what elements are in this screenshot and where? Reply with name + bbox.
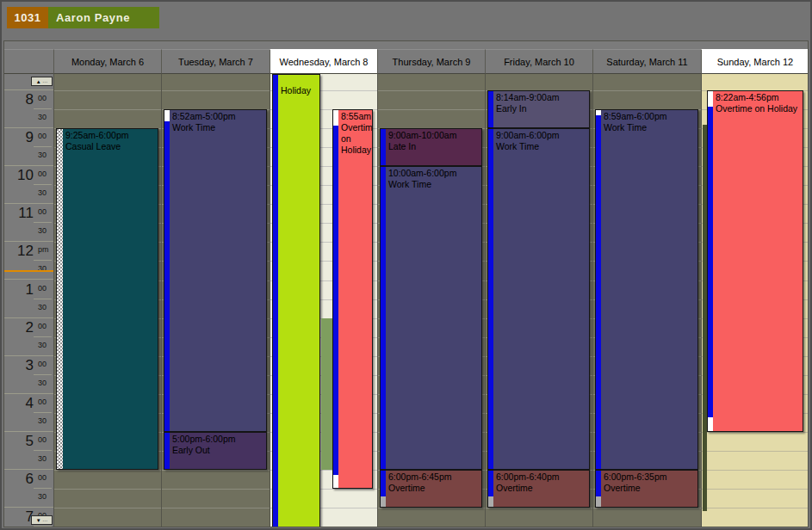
scheduler: Monday, March 6Tuesday, March 7Wednesday… [3,40,809,527]
appointment-time: 9:00am-6:00pm [496,130,588,141]
appointment-time: 10:00am-6:00pm [388,168,480,179]
grid-row-line [162,489,270,490]
ruler-hour-5: 50030 [4,432,53,470]
appointment-body: 5:00pm-6:00pmEarly Out [170,433,266,469]
appointment-time: 9:00am-10:00am [388,130,480,141]
appointment-title: Overtime on Holiday [341,122,371,156]
day-header-saturday[interactable]: Saturday, March 11 [592,49,701,74]
appointment-work-time[interactable]: 10:00am-6:00pmWork Time [380,166,482,470]
day-column-tuesday[interactable]: 8:52am-5:00pmWork Time5:00pm-6:00pmEarly… [161,74,270,527]
day-header-thursday[interactable]: Thursday, March 9 [377,49,485,74]
appointment-overtime[interactable]: 6:00pm-6:40pmOvertime [487,470,590,508]
scroll-up-button[interactable]: ▲ ··· [31,77,53,86]
appointment-time: 5:00pm-6:00pm [172,434,265,445]
ruler-hour-11: 110030 [4,204,53,242]
time-ruler: 30800309003010003011003012pm301003020030… [4,74,53,527]
appointment-body: 8:22am-4:56pmOvertime on Holiday [713,91,803,431]
appointment-title: Holiday [281,85,319,96]
appointment-body: Holiday [278,75,319,527]
day-header-wednesday[interactable]: Wednesday, March 8 [270,49,377,74]
day-header-row: Monday, March 6Tuesday, March 7Wednesday… [4,49,808,74]
grid-row-line [378,109,485,110]
grid-row-line [54,489,161,490]
appointment-title: Casual Leave [65,141,157,152]
ruler-hour-2: 20030 [4,318,53,356]
appointment-early-in[interactable]: 8:14am-9:00amEarly In [487,90,590,128]
grid-row-line [54,109,161,110]
day-column-sunday[interactable]: 8:22am-4:56pmOvertime on Holiday [701,74,809,527]
scroll-down-button[interactable]: ▼ ··· [31,515,53,525]
appointment-title: Overtime [388,483,480,494]
employee-name-badge: Aaron Payne [48,7,159,28]
appointment-overtime-on-holiday[interactable]: 8:55am-6Overtime on Holiday [332,109,373,489]
appointment-overtime[interactable]: 6:00pm-6:35pmOvertime [595,470,698,508]
appointment-body: 8:59am-6:00pmWork Time [601,110,697,469]
grid-row-line [702,489,809,490]
ruler-hour-3: 30030 [4,356,53,394]
day-header-tuesday[interactable]: Tuesday, March 7 [161,49,270,74]
ruler-hour-8: 80030 [4,90,53,128]
day-column-wednesday[interactable]: Holiday8:55am-6Overtime on Holiday [270,74,377,527]
appointment-title: Work Time [388,179,480,190]
schedule-grid: 9:25am-6:00pmCasual Leave8:52am-5:00pmWo… [53,74,809,527]
grid-row-line [162,508,270,508]
scroll-up-button-icon: ▲ ··· [36,79,48,84]
grid-row-line [54,90,161,91]
appointment-time: 6:00pm-6:40pm [496,471,588,483]
appointment-body: 9:00am-10:00amLate In [386,129,481,165]
grid-row-line [162,90,270,91]
appointment-body: 6:00pm-6:40pmOvertime [493,471,589,507]
appointment-time: 9:25am-6:00pm [65,130,157,141]
appointment-body: 9:25am-6:00pmCasual Leave [63,129,158,469]
grid-row-line [702,508,809,508]
grid-row-line [702,451,809,452]
day-column-friday[interactable]: 8:14am-9:00amEarly In9:00am-6:00pmWork T… [485,74,592,527]
appointment-title: Overtime [496,483,588,494]
appointment-overtime[interactable]: 6:00pm-6:45pmOvertime [380,470,482,508]
ruler-hour-4: 40030 [4,394,53,432]
appointment-title: Overtime [604,483,697,494]
day-header-sunday[interactable]: Sunday, March 12 [701,49,809,74]
appointment-body: 10:00am-6:00pmWork Time [386,167,481,469]
appointment-work-time[interactable]: 8:59am-6:00pmWork Time [595,109,698,470]
appointment-early-out[interactable]: 5:00pm-6:00pmEarly Out [164,432,267,470]
appointment-time: 8:55am-6 [341,111,371,122]
appointment-body: 6:00pm-6:35pmOvertime [601,471,697,507]
appointment-body: 9:00am-6:00pmWork Time [493,129,589,469]
appointment-time: 8:22am-4:56pm [716,92,802,103]
ruler-hour-12: 12pm30 [4,242,53,280]
appointment-status-strip [57,129,63,469]
appointment-body: 8:55am-6Overtime on Holiday [338,110,372,488]
grid-row-line [54,508,161,508]
appointment-time: 8:14am-9:00am [496,92,588,103]
current-time-indicator [4,270,53,272]
appointment-overtime-on-holiday[interactable]: 8:22am-4:56pmOvertime on Holiday [707,90,803,432]
employee-id-badge: 1031 [7,7,48,28]
grid-row-line [702,470,809,471]
appointment-work-time[interactable]: 9:00am-6:00pmWork Time [487,128,590,470]
day-column-thursday[interactable]: 9:00am-10:00amLate In10:00am-6:00pmWork … [377,74,485,527]
appointment-late-in[interactable]: 9:00am-10:00amLate In [380,128,482,166]
appointment-title: Work Time [604,122,697,133]
day-column-saturday[interactable]: 8:59am-6:00pmWork Time6:00pm-6:35pmOvert… [592,74,701,527]
appointment-time: 6:00pm-6:45pm [388,471,480,483]
grid-row-line [593,508,701,508]
appointment-work-time[interactable]: 8:52am-5:00pmWork Time [164,109,267,432]
appointment-title: Work Time [496,141,588,152]
grid-row-line [378,90,485,91]
ruler-hour-6: 60030 [4,470,53,508]
day-header-monday[interactable]: Monday, March 6 [53,49,161,74]
ruler-hour-1: 10030 [4,280,53,318]
employee-bar: 1031 Aaron Payne [7,7,159,28]
appointment-holiday[interactable]: Holiday [272,74,320,527]
day-column-monday[interactable]: 9:25am-6:00pmCasual Leave [53,74,161,527]
scroll-down-button-icon: ▼ ··· [36,518,48,523]
appointment-casual-leave[interactable]: 9:25am-6:00pmCasual Leave [56,128,158,470]
appointment-time: 8:52am-5:00pm [172,111,265,122]
appointment-time: 8:59am-6:00pm [604,111,697,122]
appointment-body: 6:00pm-6:45pmOvertime [386,471,481,507]
day-header-friday[interactable]: Friday, March 10 [485,49,592,74]
ruler-hour-10: 100030 [4,166,53,204]
appointment-body: 8:52am-5:00pmWork Time [170,110,266,431]
appointment-body: 8:14am-9:00amEarly In [493,91,589,127]
